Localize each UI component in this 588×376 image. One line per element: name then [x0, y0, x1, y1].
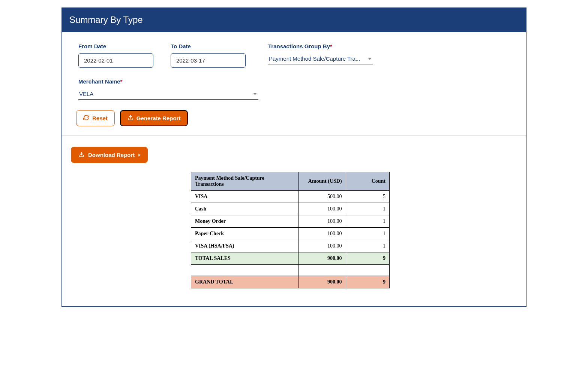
blank-row [191, 265, 390, 276]
chevron-down-icon [253, 93, 257, 95]
cell-label: Money Order [191, 215, 298, 228]
cell-amount: 100.00 [298, 240, 346, 252]
group-by-select[interactable]: Payment Method Sale/Capture Tra... [268, 53, 373, 64]
cell-count: 9 [346, 276, 389, 288]
to-date-input[interactable] [171, 53, 246, 68]
summary-panel: Summary By Type From Date To Date Transa… [62, 7, 526, 307]
table-header-row: Payment Method Sale/Capture Transactions… [191, 172, 390, 191]
cell-count: 5 [346, 191, 389, 203]
cell-label: VISA (HSA/FSA) [191, 240, 298, 252]
table-row: Money Order100.001 [191, 215, 390, 228]
group-by-value: Payment Method Sale/Capture Tra... [269, 55, 363, 62]
grand-total-row: GRAND TOTAL900.009 [191, 276, 390, 288]
cell-count: 1 [346, 215, 389, 228]
refresh-icon [83, 115, 89, 122]
group-by-label: Transactions Group By* [268, 43, 373, 49]
report-section: Download Report Payment Method Sale/Capt… [62, 136, 526, 306]
cell-amount: 100.00 [298, 228, 346, 240]
download-report-button[interactable]: Download Report [71, 147, 148, 163]
cell-count: 1 [346, 228, 389, 240]
cell-amount: 100.00 [298, 203, 346, 215]
cell-label: Cash [191, 203, 298, 215]
from-date-label: From Date [78, 43, 153, 49]
download-icon [78, 151, 84, 158]
cell-count: 1 [346, 203, 389, 215]
table-row: VISA500.005 [191, 191, 390, 203]
cell-amount: 100.00 [298, 215, 346, 228]
generate-report-button[interactable]: Generate Report [120, 110, 188, 126]
table-row: Paper Check100.001 [191, 228, 390, 240]
table-row: VISA (HSA/FSA)100.001 [191, 240, 390, 252]
col-header-amount: Amount (USD) [298, 172, 346, 191]
total-sales-row: TOTAL SALES900.009 [191, 252, 390, 265]
cell-label: Paper Check [191, 228, 298, 240]
table-row: Cash100.001 [191, 203, 390, 215]
reset-button[interactable]: Reset [76, 110, 115, 126]
to-date-label: To Date [171, 43, 246, 49]
cell-count: 1 [346, 240, 389, 252]
merchant-select[interactable]: VELA [78, 88, 258, 100]
col-header-method: Payment Method Sale/Capture Transactions [191, 172, 298, 191]
caret-right-icon [138, 154, 140, 157]
cell-amount: 900.00 [298, 252, 346, 265]
cell-label: TOTAL SALES [191, 252, 298, 265]
cell-amount: 500.00 [298, 191, 346, 203]
filter-form: From Date To Date Transactions Group By*… [62, 32, 526, 136]
merchant-value: VELA [79, 91, 248, 97]
report-table: Payment Method Sale/Capture Transactions… [191, 172, 390, 288]
merchant-label: Merchant Name* [78, 78, 258, 85]
upload-icon [128, 115, 134, 122]
chevron-down-icon [368, 58, 372, 60]
cell-count: 9 [346, 252, 389, 265]
cell-amount: 900.00 [298, 276, 346, 288]
from-date-input[interactable] [78, 53, 153, 68]
col-header-count: Count [346, 172, 389, 191]
cell-label: GRAND TOTAL [191, 276, 298, 288]
cell-label: VISA [191, 191, 298, 203]
page-title: Summary By Type [62, 8, 526, 32]
